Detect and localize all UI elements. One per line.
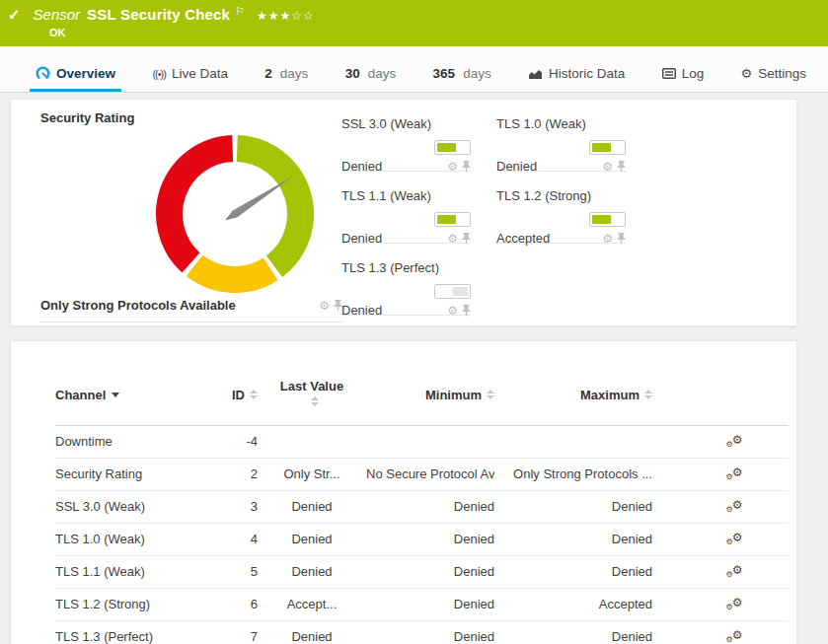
- table-row: TLS 1.0 (Weak)4DeniedDeniedDenied⚙⚙: [55, 524, 789, 556]
- protocol-tile: SSL 3.0 (Weak)Denied⚙: [341, 100, 471, 172]
- table-row: TLS 1.2 (Strong)6Accept...DeniedAccepted…: [55, 589, 789, 621]
- tab-2-days[interactable]: 2days: [259, 66, 314, 92]
- tab-number: 2: [264, 66, 272, 81]
- cell-channel[interactable]: SSL 3.0 (Weak): [55, 499, 203, 514]
- tab-label: Historic Data: [549, 66, 625, 81]
- cell-id: 4: [203, 532, 258, 546]
- cell-last-value: Only Str...: [258, 466, 366, 481]
- gear-icon: ⚙: [741, 66, 753, 81]
- cell-last-value: Denied: [258, 499, 366, 514]
- tab-label: Log: [682, 66, 705, 81]
- gauge-icon: [36, 66, 50, 81]
- gauge-needle: [225, 176, 295, 221]
- tab-settings[interactable]: ⚙Settings: [735, 66, 812, 92]
- tab-log[interactable]: Log: [656, 66, 711, 92]
- column-header-minimum[interactable]: Minimum: [366, 388, 494, 402]
- sort-icon: [250, 390, 258, 399]
- protocol-tile: TLS 1.0 (Weak)Denied⚙: [496, 100, 626, 172]
- tab-unit: days: [280, 66, 309, 81]
- cell-minimum: Denied: [366, 499, 494, 514]
- column-header-channel[interactable]: Channel: [55, 388, 203, 402]
- tab-label: Settings: [758, 66, 806, 81]
- sort-icon: [487, 390, 494, 399]
- protocol-tile: TLS 1.2 (Strong)Accepted⚙: [496, 172, 626, 244]
- priority-stars[interactable]: ★★★☆☆: [257, 9, 315, 23]
- tile-title: TLS 1.2 (Strong): [496, 188, 626, 203]
- tile-title: TLS 1.1 (Weak): [341, 188, 471, 203]
- cell-maximum: Accepted: [494, 597, 652, 611]
- cell-maximum: Denied: [494, 629, 652, 644]
- gauge-value-label: Only Strong Protocols Available: [40, 298, 236, 313]
- cell-last-value: Denied: [258, 532, 366, 546]
- cell-channel[interactable]: TLS 1.3 (Perfect): [55, 629, 203, 644]
- tab-unit: days: [368, 66, 397, 81]
- overview-panel: Security Rating Only Strong Protocols Av…: [10, 99, 797, 326]
- gear-icon[interactable]: ⚙: [319, 299, 330, 313]
- tab-unit: days: [463, 66, 491, 81]
- sensor-status-badge: OK: [49, 27, 818, 38]
- protocol-tile: TLS 1.3 (Perfect)Denied⚙: [341, 244, 471, 316]
- cell-id: -4: [203, 434, 258, 449]
- flag-icon[interactable]: ⚐: [235, 5, 245, 18]
- tile-mini-gauge: [434, 212, 471, 227]
- protocol-tiles: SSL 3.0 (Weak)Denied⚙TLS 1.0 (Weak)Denie…: [341, 100, 630, 316]
- cell-last-value: Accept...: [258, 597, 366, 611]
- pin-icon[interactable]: [462, 305, 471, 317]
- pin-icon[interactable]: [617, 161, 626, 173]
- channel-settings-icon[interactable]: ⚙⚙: [726, 466, 743, 481]
- cell-channel[interactable]: TLS 1.1 (Weak): [55, 564, 203, 579]
- gear-icon[interactable]: ⚙: [447, 304, 458, 318]
- tab-bar: Overview((•))Live Data2days30days365days…: [0, 46, 828, 93]
- tile-title: SSL 3.0 (Weak): [341, 116, 471, 131]
- channel-settings-icon[interactable]: ⚙⚙: [726, 434, 743, 449]
- table-row: TLS 1.3 (Perfect)7DeniedDeniedDenied⚙⚙: [55, 621, 789, 644]
- cell-channel[interactable]: Downtime: [55, 434, 203, 449]
- cell-minimum: No Secure Protocol Av...: [366, 466, 494, 481]
- tab-365-days[interactable]: 365days: [427, 66, 497, 92]
- tab-label: Live Data: [172, 66, 228, 81]
- tab-number: 365: [433, 66, 456, 81]
- table-row: TLS 1.1 (Weak)5DeniedDeniedDenied⚙⚙: [55, 556, 789, 589]
- tile-title: TLS 1.3 (Perfect): [341, 260, 471, 275]
- sort-icon: [311, 396, 319, 406]
- channel-table-panel: Channel ID Last Value Minimum Maximum Do…: [10, 340, 797, 644]
- tile-title: TLS 1.0 (Weak): [496, 116, 626, 131]
- pin-icon[interactable]: [462, 233, 471, 245]
- gauge-segment-error: [169, 149, 232, 263]
- cell-channel[interactable]: Security Rating: [55, 466, 203, 481]
- tile-value: Denied: [341, 303, 382, 318]
- channel-settings-icon[interactable]: ⚙⚙: [726, 499, 743, 514]
- tile-mini-gauge: [434, 140, 471, 155]
- channel-settings-icon[interactable]: ⚙⚙: [726, 597, 743, 611]
- cell-channel[interactable]: TLS 1.2 (Strong): [55, 597, 203, 611]
- tile-mini-gauge: [434, 284, 471, 299]
- cell-minimum: Denied: [366, 564, 494, 579]
- cell-id: 7: [203, 629, 258, 644]
- channel-settings-icon[interactable]: ⚙⚙: [726, 564, 743, 579]
- column-header-maximum[interactable]: Maximum: [494, 388, 652, 402]
- tile-mini-gauge: [589, 212, 626, 227]
- pin-icon[interactable]: [617, 233, 626, 245]
- live-icon: ((•)): [152, 68, 166, 80]
- chart-icon: [528, 68, 543, 80]
- gauge-segment-warning: [194, 265, 270, 279]
- tab-live-data[interactable]: ((•))Live Data: [146, 66, 234, 92]
- column-header-id[interactable]: ID: [203, 388, 258, 402]
- log-icon: [662, 68, 676, 79]
- cell-minimum: Denied: [366, 532, 494, 546]
- cell-id: 5: [203, 564, 258, 579]
- tab-number: 30: [345, 66, 360, 81]
- channel-settings-icon[interactable]: ⚙⚙: [726, 532, 743, 546]
- tab-historic-data[interactable]: Historic Data: [522, 66, 631, 92]
- tab-overview[interactable]: Overview: [30, 66, 121, 92]
- tab-30-days[interactable]: 30days: [339, 66, 403, 92]
- column-header-last-value[interactable]: Last Value: [258, 379, 366, 411]
- cell-minimum: Denied: [366, 629, 494, 644]
- cell-id: 3: [203, 499, 258, 514]
- pin-icon[interactable]: [462, 161, 471, 173]
- table-header: Channel ID Last Value Minimum Maximum: [55, 365, 789, 426]
- channel-settings-icon[interactable]: ⚙⚙: [726, 629, 743, 644]
- table-row: Security Rating2Only Str...No Secure Pro…: [55, 459, 789, 491]
- cell-channel[interactable]: TLS 1.0 (Weak): [55, 532, 203, 546]
- cell-id: 2: [203, 466, 258, 481]
